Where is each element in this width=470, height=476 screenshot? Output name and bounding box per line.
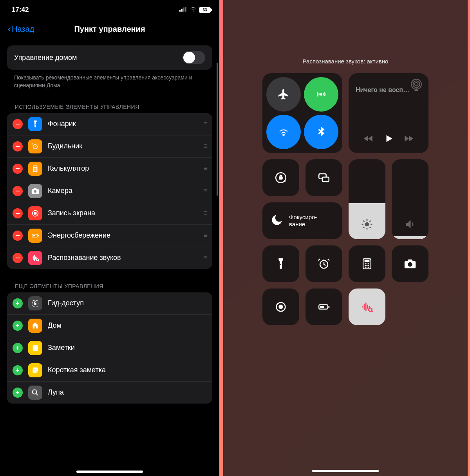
svg-rect-37 (322, 177, 329, 182)
list-item[interactable]: Энергосбережение≡ (7, 225, 212, 247)
list-item[interactable]: Дом (7, 315, 212, 337)
add-button[interactable] (13, 343, 23, 353)
svg-rect-35 (279, 177, 282, 179)
svg-point-53 (278, 305, 283, 309)
scrollbar[interactable] (217, 63, 218, 196)
calculator-button[interactable] (349, 245, 385, 282)
add-button[interactable] (13, 365, 23, 375)
svg-rect-22 (38, 235, 39, 236)
row-label: Энергосбережение (48, 231, 198, 240)
alarm-button[interactable] (306, 245, 342, 282)
svg-point-44 (367, 263, 368, 265)
list-item[interactable]: Фонарик≡ (7, 113, 212, 135)
drag-handle[interactable]: ≡ (203, 187, 207, 195)
home-control-toggle-row[interactable]: Управление домом (7, 45, 212, 70)
row-label: Запись экрана (48, 209, 198, 217)
screen-mirroring-button[interactable] (306, 159, 342, 196)
remove-button[interactable] (13, 141, 23, 151)
toggle-label: Управление домом (14, 54, 77, 62)
orientation-lock-toggle[interactable] (262, 159, 299, 196)
status-time: 17:42 (12, 6, 29, 14)
sound-recog-icon (28, 251, 42, 265)
focus-tile[interactable]: Фокусиро-вание (262, 202, 342, 239)
toggle-helper-text: Показывать рекомендованные элементы упра… (7, 70, 212, 90)
fast-forward-button[interactable] (404, 133, 414, 145)
drag-handle[interactable]: ≡ (203, 231, 207, 240)
remove-button[interactable] (13, 253, 23, 263)
list-item[interactable]: Камера≡ (7, 180, 212, 202)
row-label: Заметки (48, 344, 207, 352)
svg-point-40 (324, 260, 325, 261)
list-item[interactable]: Заметки (7, 337, 212, 359)
cc-status-text: Распознавание звуков: активно (303, 58, 389, 65)
settings-screen: 17:42 63 ‹ Назад Пункт управления Управл… (0, 0, 219, 476)
media-controls (356, 133, 421, 148)
record-icon (28, 206, 42, 220)
svg-point-31 (415, 83, 418, 86)
signal-icon (179, 6, 187, 14)
media-tile[interactable]: Ничего не восп… (349, 73, 428, 153)
svg-rect-25 (34, 303, 36, 305)
list-item[interactable]: Калькулятор≡ (7, 158, 212, 180)
svg-rect-0 (179, 10, 181, 12)
home-indicator[interactable] (76, 471, 143, 473)
play-button[interactable] (383, 133, 394, 145)
svg-rect-42 (365, 260, 370, 262)
remove-button[interactable] (13, 119, 23, 129)
svg-rect-55 (320, 306, 324, 308)
add-button[interactable] (13, 321, 23, 331)
svg-point-47 (367, 265, 368, 266)
wifi-toggle[interactable] (266, 115, 301, 149)
list-item[interactable]: Запись экрана≡ (7, 202, 212, 225)
focus-label: Фокусиро-вание (289, 214, 317, 228)
svg-point-17 (34, 190, 36, 192)
svg-point-46 (365, 265, 366, 266)
drag-handle[interactable]: ≡ (203, 254, 207, 262)
scroll-area[interactable]: Управление домом Показывать рекомендован… (0, 40, 219, 476)
battery-icon: 63 (199, 7, 211, 13)
flashlight-button[interactable] (262, 245, 299, 282)
svg-rect-3 (185, 7, 186, 12)
add-button[interactable] (13, 388, 23, 398)
home-control-switch[interactable] (183, 51, 205, 64)
svg-rect-1 (181, 9, 183, 12)
magnifier-icon (28, 386, 42, 400)
volume-slider[interactable] (392, 159, 428, 239)
list-item[interactable]: Лупа (7, 382, 212, 404)
sound-recognition-button[interactable] (349, 288, 385, 325)
airplane-mode-toggle[interactable] (266, 77, 301, 112)
connectivity-tile (262, 73, 342, 153)
add-button[interactable] (13, 298, 23, 308)
drag-handle[interactable]: ≡ (203, 142, 207, 150)
battery-icon (28, 229, 42, 243)
list-item[interactable]: Короткая заметка (7, 359, 212, 382)
list-item[interactable]: Гид-доступ (7, 292, 212, 315)
drag-handle[interactable]: ≡ (203, 209, 207, 217)
remove-button[interactable] (13, 164, 23, 174)
drag-handle[interactable]: ≡ (203, 120, 207, 128)
alarm-icon (28, 139, 42, 153)
drag-handle[interactable]: ≡ (203, 164, 207, 173)
svg-point-38 (365, 222, 369, 227)
bluetooth-toggle[interactable] (304, 115, 338, 149)
remove-button[interactable] (13, 231, 23, 241)
cellular-data-toggle[interactable] (304, 77, 338, 112)
control-center: Распознавание звуков: активно (223, 0, 468, 476)
screen-recording-button[interactable] (262, 288, 299, 325)
list-item[interactable]: Будильник≡ (7, 135, 212, 158)
remove-button[interactable] (13, 208, 23, 218)
camera-icon (28, 184, 42, 198)
back-button[interactable]: ‹ Назад (8, 23, 34, 34)
remove-button[interactable] (13, 186, 23, 196)
home-control-card: Управление домом (7, 45, 212, 70)
svg-point-11 (34, 169, 35, 170)
brightness-slider[interactable] (349, 159, 385, 239)
home-indicator[interactable] (312, 470, 379, 472)
svg-point-32 (413, 81, 420, 88)
more-controls-list: Гид-доступДомЗаметкиКороткая заметкаЛупа (7, 292, 212, 404)
camera-button[interactable] (392, 245, 428, 282)
low-power-mode-button[interactable] (306, 288, 342, 325)
list-item[interactable]: Распознавание звуков≡ (7, 247, 212, 269)
svg-point-48 (368, 265, 369, 266)
rewind-button[interactable] (363, 133, 373, 145)
